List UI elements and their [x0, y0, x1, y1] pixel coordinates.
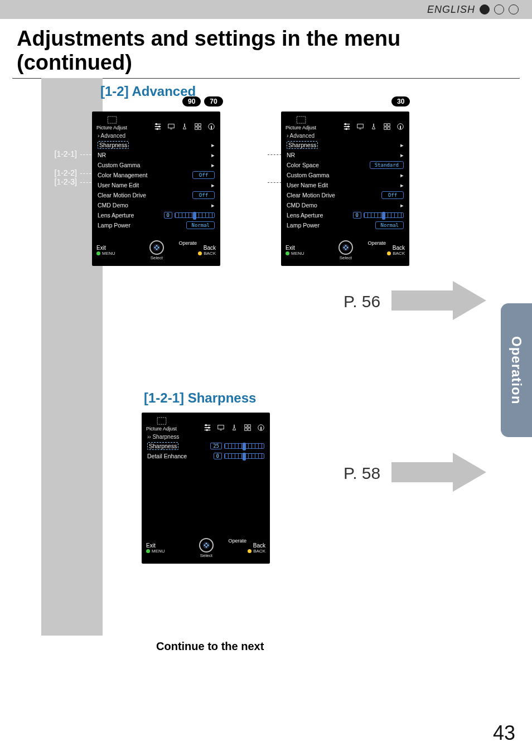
osd-tab-bar: Picture Adjust i [146, 417, 265, 432]
nav-ring-icon[interactable] [199, 538, 214, 553]
callout-1-2-2: [1-2-2] [55, 168, 97, 177]
nav-ring-icon[interactable] [149, 240, 164, 255]
value-pill[interactable]: Standard [370, 161, 404, 169]
osd-footer: Exit MENU Select Operate Back BACK [146, 538, 265, 558]
menu-row[interactable]: Lens Aperture0 [96, 210, 216, 220]
menu-row[interactable]: Lamp PowerNormal [286, 220, 405, 230]
menu-row[interactable]: Custom Gamma▸ [286, 170, 405, 180]
chevron-right-icon: ▸ [211, 152, 215, 159]
svg-rect-27 [218, 425, 224, 429]
tool-icon[interactable] [230, 424, 239, 432]
display-icon[interactable] [216, 424, 225, 432]
menu-button-label[interactable]: MENU [102, 251, 115, 256]
grid-icon[interactable] [243, 424, 252, 432]
section-1-2-heading: [1-2] Advanced [100, 84, 196, 99]
menu-row[interactable]: Lamp PowerNormal [96, 220, 216, 230]
operate-label: Operate [178, 240, 197, 246]
breadcrumb: › Advanced [98, 133, 216, 139]
svg-point-13 [347, 126, 349, 128]
value-number: 0 [214, 453, 222, 459]
menu-row[interactable]: Color ManagementOff [96, 170, 216, 180]
display-icon[interactable] [356, 123, 365, 130]
svg-rect-28 [245, 425, 247, 427]
svg-text:i: i [400, 125, 401, 130]
slider[interactable] [364, 212, 404, 218]
menu-row[interactable]: Clear Motion DriveOff [286, 190, 405, 200]
slider[interactable] [175, 212, 215, 218]
menu-row-label: Sharpness [147, 442, 178, 450]
menu-row[interactable]: Clear Motion DriveOff [96, 190, 216, 200]
menu-button-label[interactable]: MENU [152, 549, 165, 554]
menu-row-label: NR [98, 152, 106, 158]
menu-row-label: Custom Gamma [287, 172, 329, 178]
chevron-right-icon: ▸ [400, 142, 404, 149]
sliders-icon[interactable] [342, 123, 351, 130]
page-dot-empty [494, 4, 504, 14]
tab-picture-adjust[interactable]: Picture Adjust [146, 417, 177, 432]
back-button-label[interactable]: BACK [204, 251, 216, 256]
sliders-icon[interactable] [153, 123, 162, 130]
svg-marker-34 [391, 453, 486, 492]
section-1-2-1-heading: [1-2-1] Sharpness [144, 390, 256, 406]
menu-row[interactable]: NR▸ [96, 150, 216, 160]
nav-ring-icon[interactable] [338, 240, 353, 255]
osd-footer: Exit MENU Select Operate Back BACK [286, 240, 405, 260]
grid-icon[interactable] [383, 123, 391, 130]
menu-button-label[interactable]: MENU [291, 251, 304, 256]
model-badge: 90 [182, 96, 201, 106]
menu-row-label: CMD Demo [98, 202, 128, 209]
menu-row[interactable]: Sharpness25 [146, 441, 265, 451]
page-ref-56: P. 56 [344, 292, 380, 311]
info-icon[interactable]: i [257, 424, 265, 432]
grid-icon[interactable] [194, 123, 202, 130]
menu-row[interactable]: User Name Edit▸ [96, 180, 216, 190]
menu-row[interactable]: CMD Demo▸ [286, 200, 405, 210]
page-dot-empty [509, 4, 519, 14]
menu-row[interactable]: User Name Edit▸ [286, 180, 405, 190]
svg-text:i: i [260, 426, 262, 431]
select-label: Select [200, 553, 212, 558]
value-pill[interactable]: Off [381, 191, 404, 199]
osd-advanced-left: Picture Adjust i › AdvancedSharpness▸NR▸… [92, 112, 220, 266]
menu-row[interactable]: Color SpaceStandard [286, 160, 405, 170]
info-icon[interactable]: i [396, 123, 405, 130]
chevron-right-icon: ▸ [400, 182, 404, 189]
value-pill[interactable]: Normal [186, 221, 215, 229]
menu-row[interactable]: Custom Gamma▸ [96, 160, 216, 170]
menu-row[interactable]: Sharpness▸ [96, 140, 216, 150]
tool-icon[interactable] [180, 123, 189, 130]
page-ref-58: P. 58 [344, 464, 380, 483]
menu-row[interactable]: Sharpness▸ [286, 140, 405, 150]
page-dot-filled [480, 4, 490, 14]
tab-picture-adjust[interactable]: Picture Adjust [286, 116, 316, 130]
value-pill[interactable]: Off [192, 191, 215, 199]
model-badge: 70 [204, 96, 223, 106]
svg-text:i: i [211, 125, 212, 130]
slider[interactable] [224, 443, 264, 449]
menu-row[interactable]: Detail Enhance0 [146, 451, 265, 461]
page-title: Adjustments and settings in the menu (co… [0, 19, 532, 78]
tool-icon[interactable] [369, 123, 378, 130]
sliders-icon[interactable] [203, 424, 212, 432]
callout-r-1-2-1: [1-2-1] [242, 149, 284, 158]
info-icon[interactable]: i [207, 123, 216, 130]
menu-row[interactable]: NR▸ [286, 150, 405, 160]
tab-picture-adjust[interactable]: Picture Adjust [96, 116, 127, 130]
menu-row[interactable]: Lens Aperture0 [286, 210, 405, 220]
value-pill[interactable]: Normal [375, 221, 404, 229]
menu-row-label: Sharpness [98, 141, 129, 149]
operate-label: Operate [367, 240, 386, 246]
menu-row[interactable]: CMD Demo▸ [96, 200, 216, 210]
chevron-right-icon: ▸ [211, 162, 215, 169]
led-green-icon [146, 549, 150, 553]
value-pill[interactable]: Off [192, 171, 215, 179]
display-icon[interactable] [167, 123, 176, 130]
menu-row-label: User Name Edit [287, 182, 328, 188]
osd-tab-bar: Picture Adjust i [286, 116, 405, 130]
back-button-label[interactable]: BACK [253, 549, 265, 554]
svg-point-1 [156, 123, 157, 125]
slider[interactable] [224, 453, 264, 459]
menu-row-label: CMD Demo [287, 202, 317, 209]
back-button-label[interactable]: BACK [393, 251, 405, 256]
menu-row-label: Lens Aperture [98, 212, 134, 219]
